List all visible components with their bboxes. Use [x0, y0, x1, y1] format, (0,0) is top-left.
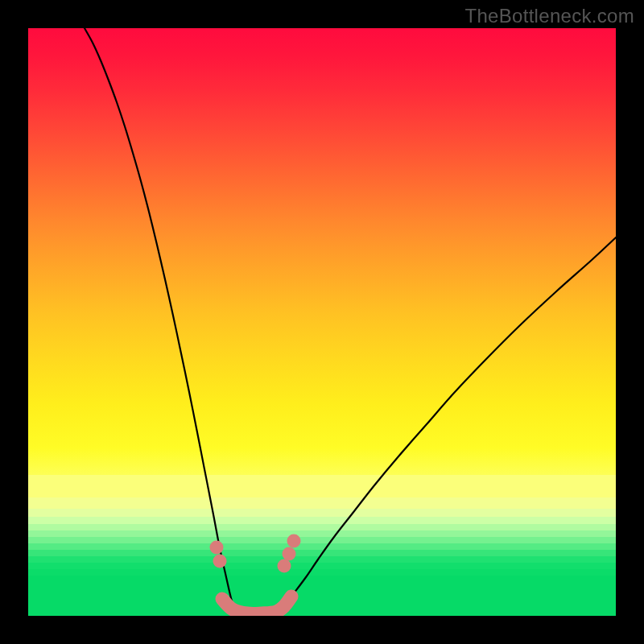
- left-curve-markers: [210, 541, 227, 568]
- watermark-text: TheBottleneck.com: [464, 5, 634, 27]
- curve-marker-dot: [283, 547, 296, 561]
- curve-marker-dot: [278, 559, 291, 573]
- curve-marker-dot: [210, 541, 224, 555]
- chart-frame: TheBottleneck.com: [0, 0, 644, 644]
- left-curve: [85, 28, 234, 608]
- right-curve: [286, 237, 616, 604]
- curve-marker-dot: [213, 555, 227, 568]
- bottom-marker-path: [222, 597, 291, 613]
- right-curve-markers: [278, 535, 301, 573]
- curve-marker-dot: [287, 535, 301, 548]
- plot-area: [28, 28, 616, 616]
- chart-svg: [28, 28, 616, 616]
